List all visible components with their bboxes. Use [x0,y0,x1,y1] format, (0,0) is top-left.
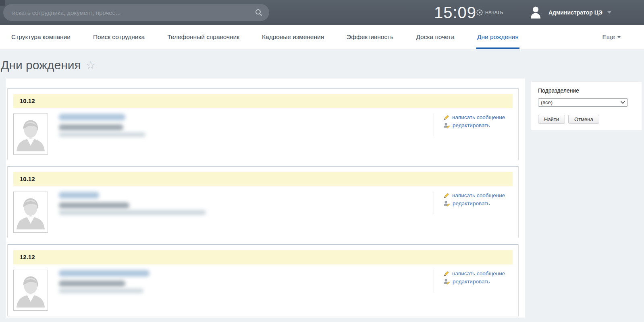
page-title: Дни рождения [1,58,81,72]
search-bar[interactable] [3,4,269,21]
birthday-date: 12.12 [13,250,513,264]
card-actions: написать сообщение редактировать [434,192,513,214]
find-button[interactable]: Найти [538,115,565,124]
blurred-person-details [59,132,145,137]
write-message-label: написать сообщение [452,192,505,198]
pencil-icon [444,192,450,198]
department-select-value: (все) [541,99,621,105]
nav-tab-4[interactable]: Кадровые изменения [262,25,324,49]
play-icon [476,9,483,16]
nav-tab-1[interactable]: Структура компании [11,25,71,49]
edit-link[interactable]: редактировать [444,279,513,285]
write-message-link[interactable]: написать сообщение [444,270,513,277]
department-select[interactable]: (все) [538,98,628,107]
filter-panel: Подразделение (все) Найти Отмена [531,82,642,130]
person-placeholder-icon [15,115,46,153]
nav-more-label: Еще [602,33,615,41]
nav-tabs: Структура компанииПоиск сотрудникаТелефо… [11,25,519,49]
birthday-date: 10.12 [13,94,513,108]
write-message-label: написать сообщение [452,270,505,277]
cancel-button[interactable]: Отмена [568,115,599,124]
blurred-person-details [59,202,129,208]
avatar[interactable] [13,192,48,233]
birthday-card: 10.12 [7,88,519,160]
avatar[interactable] [13,114,48,155]
edit-label: редактировать [453,200,490,206]
nav-tab-5[interactable]: Эффективность [347,25,393,49]
search-input[interactable] [12,9,255,16]
blurred-person-details [59,281,125,287]
pencil-icon [444,270,450,277]
edit-user-icon [444,279,450,285]
card-actions: написать сообщение редактировать [434,114,513,136]
corner-notch [0,0,5,6]
blurred-person-details [59,289,143,293]
main-row: 10.12 [0,78,644,318]
edit-link[interactable]: редактировать [444,122,513,128]
write-message-link[interactable]: написать сообщение [444,192,513,198]
person-placeholder-icon [15,271,46,309]
birthday-card: 12.12 [7,244,519,316]
edit-label: редактировать [453,122,490,128]
nav-tab-7[interactable]: Дни рождения [477,25,519,49]
person-info [59,192,206,215]
triangle-down-icon [617,36,621,38]
start-label: НАЧАТЬ [485,10,503,15]
topbar: 15:09 НАЧАТЬ Администратор ЦЭ [0,0,644,25]
blurred-person-details [59,210,206,215]
blurred-person-name [59,192,99,198]
birthday-card: 10.12 [7,166,519,238]
user-name: Администратор ЦЭ [548,9,602,16]
nav-tab-6[interactable]: Доска почета [416,25,455,49]
birthday-date: 10.12 [13,172,513,186]
clock: 15:09 [434,4,476,22]
edit-link[interactable]: редактировать [444,200,513,206]
nav-tab-3[interactable]: Телефонный справочник [167,25,239,49]
title-row: Дни рождения ☆ [0,49,644,78]
user-menu[interactable]: Администратор ЦЭ [530,6,611,19]
write-message-label: написать сообщение [452,114,505,120]
start-button[interactable]: НАЧАТЬ [476,9,503,16]
person-info [59,270,150,293]
person-placeholder-icon [15,193,46,231]
search-icon[interactable] [255,8,263,17]
blurred-person-name [59,270,150,277]
nav-tab-2[interactable]: Поиск сотрудника [93,25,145,49]
person-info [59,114,145,137]
chevron-down-icon [621,101,625,104]
card-actions: написать сообщение редактировать [434,270,513,292]
chevron-down-icon [607,11,611,14]
blurred-person-name [59,114,125,120]
edit-user-icon [444,200,450,206]
user-avatar-icon [530,6,541,19]
pencil-icon [444,114,450,120]
department-label: Подразделение [538,87,635,94]
blurred-person-details [59,124,123,130]
favorite-star-icon[interactable]: ☆ [86,58,96,72]
nav-more-menu[interactable]: Еще [602,25,621,49]
avatar[interactable] [13,270,48,311]
edit-user-icon [444,122,450,128]
birthday-list: 10.12 [6,78,525,318]
main-nav: Структура компанииПоиск сотрудникаТелефо… [0,25,644,49]
write-message-link[interactable]: написать сообщение [444,114,513,120]
edit-label: редактировать [453,279,490,285]
